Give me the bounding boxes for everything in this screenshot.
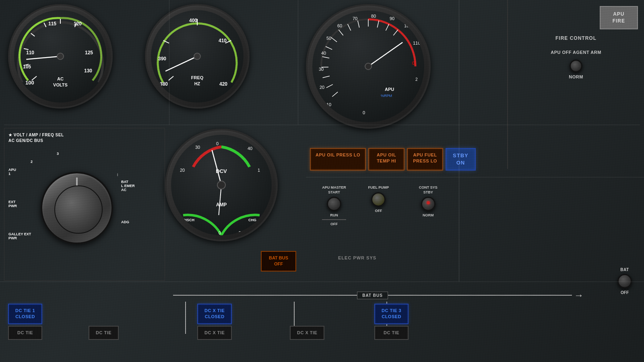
arrow-right-icon: → <box>574 290 584 301</box>
dcv-amp-gauge-outer: 0 20 30 40 1 DCV DISCH CHG 100 <box>165 129 278 241</box>
svg-line-77 <box>212 150 221 185</box>
freq-hz-gauge-svg: 380 390 400 410 420 <box>151 10 244 103</box>
knob-pos-ext: EXTPWR <box>8 200 17 208</box>
selector-section: ★ VOLT / AMP / FREQ SEL AC GEN/DC BUS 1 … <box>4 128 165 281</box>
svg-text:390: 390 <box>158 56 166 62</box>
apu-fire-btn-area: APUFIRE <box>514 6 638 29</box>
bus-line-left <box>173 295 357 296</box>
svg-text:50: 50 <box>193 231 198 235</box>
divider-vertical-2 <box>298 0 298 125</box>
dc-tie-3-dark-indicator: DC TIE <box>374 326 409 340</box>
svg-text:0: 0 <box>216 141 219 146</box>
svg-text:105: 105 <box>23 64 31 70</box>
apu-master-start-switch: APU MASTER START RUN OFF <box>322 185 346 226</box>
svg-line-60 <box>393 30 398 35</box>
svg-line-52 <box>326 47 332 50</box>
selector-title-line1: ★ VOLT / AMP / FREQ SEL <box>8 132 161 138</box>
svg-text:50: 50 <box>239 231 244 235</box>
fuel-pump-label: FUEL PUMP <box>368 185 389 190</box>
svg-line-51 <box>322 57 330 58</box>
dc-tie-1-closed-indicator: DC TIE 1CLOSED <box>8 304 42 324</box>
svg-line-53 <box>331 37 337 42</box>
dc-tie-2-indicator: DC TIE <box>89 326 119 340</box>
svg-text:30: 30 <box>319 67 324 72</box>
svg-text:2: 2 <box>415 77 418 82</box>
stby-on-button[interactable]: STBY ON <box>446 148 476 171</box>
bat-switch-off-label: OFF <box>617 290 632 295</box>
svg-line-55 <box>348 24 351 31</box>
apu-fire-button[interactable]: APUFIRE <box>600 6 638 29</box>
elec-pwr-sys-label: ELEC PWR SYS <box>338 255 376 260</box>
selector-knob-area: 1 2 3 APU EXTPWR GALLEY EXTPWR BATL EMER… <box>8 148 153 268</box>
dc-tie-3-closed-indicator: DC TIE 3CLOSED <box>374 304 409 324</box>
knob-indicator-mark: | <box>117 173 118 176</box>
svg-point-15 <box>57 53 64 60</box>
selector-title: ★ VOLT / AMP / FREQ SEL AC GEN/DC BUS <box>8 132 161 144</box>
svg-text:380: 380 <box>160 81 168 87</box>
apu-master-start-knob[interactable] <box>327 197 341 211</box>
knob-pos-l-emer: BATL EMERAC <box>121 180 135 192</box>
cont-sys-stby-knob[interactable] <box>421 197 436 211</box>
svg-text:AMP: AMP <box>216 202 227 208</box>
svg-text:%RPM: %RPM <box>381 94 392 98</box>
agent-arm-knob[interactable] <box>570 60 582 72</box>
dcv-amp-gauge-face: 0 20 30 40 1 DCV DISCH CHG 100 <box>171 135 272 235</box>
cont-sys-stby-label: CONT SYS STBY <box>419 185 438 195</box>
svg-point-62 <box>365 63 372 70</box>
dcv-amp-gauge-svg: 0 20 30 40 1 DCV DISCH CHG 100 <box>171 135 272 235</box>
svg-text:1: 1 <box>258 168 260 173</box>
ac-volts-gauge-container: 100 105 110 115 120 125 <box>8 4 113 109</box>
svg-text:80: 80 <box>371 14 376 19</box>
svg-text:70: 70 <box>353 16 357 21</box>
svg-line-59 <box>386 24 389 31</box>
dc-tie-2-area: DC TIE <box>89 326 119 340</box>
svg-line-58 <box>377 21 379 28</box>
apu-master-off-label: OFF <box>330 222 338 226</box>
dc-x-tie-area: DC X TIECLOSED DC X TIE <box>197 304 232 340</box>
svg-text:125: 125 <box>85 50 93 56</box>
apu-rpm-gauge-container: 0 10 20 30 40 50 60 70 80 90 100 110 0 A… <box>306 4 431 129</box>
fire-control-panel: APUFIRE FIRE CONTROL APU OFF AGENT ARM N… <box>507 0 644 169</box>
bat-switch-knob[interactable] <box>617 274 632 288</box>
svg-text:130: 130 <box>84 68 92 74</box>
svg-text:420: 420 <box>219 81 227 87</box>
bat-switch-label-top: BAT <box>617 267 632 272</box>
svg-text:20: 20 <box>180 168 185 173</box>
svg-text:CHG: CHG <box>248 218 256 222</box>
dc-x-tie-dark-indicator: DC X TIE <box>197 326 232 340</box>
svg-text:APU: APU <box>385 87 394 92</box>
dc-tie-1-dark-indicator: DC TIE <box>8 326 42 340</box>
freq-hz-gauge-outer: 380 390 400 410 420 <box>145 4 250 109</box>
svg-line-54 <box>339 30 343 35</box>
switches-section: APU MASTER START RUN OFF FUEL PUMP OFF C… <box>322 183 438 226</box>
knob-pos-galley: GALLEY EXTPWR <box>8 232 31 240</box>
svg-text:VOLTS: VOLTS <box>53 82 68 87</box>
freq-hz-gauge-container: 380 390 400 410 420 <box>145 4 250 109</box>
apu-off-agent-arm-label: APU OFF AGENT ARM <box>514 49 638 56</box>
svg-text:110: 110 <box>26 50 34 56</box>
warning-lights-panel: APU OIL PRESS LO APU OILTEMP HI APU FUEL… <box>310 148 476 171</box>
selector-knob[interactable] <box>41 172 113 244</box>
apu-rpm-gauge-outer: 0 10 20 30 40 50 60 70 80 90 100 110 0 A… <box>306 4 431 129</box>
svg-point-28 <box>194 53 200 60</box>
svg-line-56 <box>358 21 359 28</box>
separator <box>322 219 346 220</box>
dc-tie-3-area: DC TIE 3CLOSED DC TIE <box>374 304 409 340</box>
apu-master-run-label: RUN <box>330 213 338 217</box>
divider-vertical-right <box>459 0 459 282</box>
knob-pos-adg: ADG <box>121 220 129 224</box>
apu-oil-temp-hi-light: APU OILTEMP HI <box>368 148 405 171</box>
svg-text:50: 50 <box>326 36 331 41</box>
svg-line-27 <box>165 56 197 71</box>
norm-label: NORM <box>514 74 638 79</box>
svg-text:20: 20 <box>320 85 324 90</box>
bat-switch-area: BAT OFF <box>617 267 632 295</box>
apu-fuel-press-lo-light: APU FUELPRESS LO <box>407 148 443 171</box>
bat-bus-off-indicator: BAT BUSOFF <box>261 251 296 272</box>
knob-pos-2: 2 <box>31 160 33 164</box>
fuel-pump-knob[interactable] <box>371 192 386 207</box>
ac-volts-gauge-outer: 100 105 110 115 120 125 <box>8 4 113 109</box>
main-panel: 100 105 110 115 120 125 <box>0 0 644 362</box>
cont-sys-stby-switch: CONT SYS STBY NORM <box>419 185 438 217</box>
bat-bus-label: BAT BUS <box>357 292 388 299</box>
